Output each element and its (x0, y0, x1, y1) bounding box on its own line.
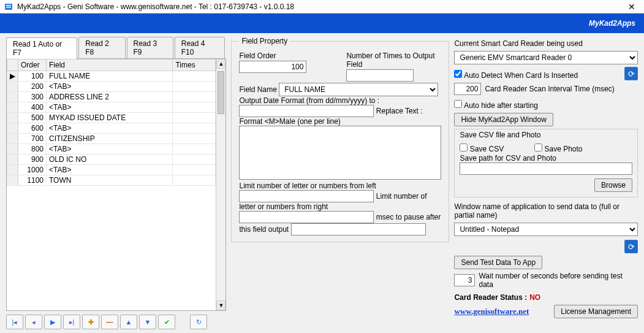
cell-field[interactable]: <TAB> (47, 144, 173, 155)
cell-times[interactable] (173, 165, 216, 175)
tab-read4[interactable]: Read 4 F10 (175, 37, 225, 58)
replace-text-area[interactable] (239, 126, 441, 180)
table-row[interactable]: 400<TAB> (7, 102, 216, 113)
cell-order[interactable]: 1100 (18, 175, 47, 186)
cell-times[interactable] (173, 144, 216, 155)
cell-order[interactable]: 200 (18, 82, 47, 92)
auto-detect-option[interactable]: Auto Detect When Card Is Inserted (454, 70, 578, 80)
tab-read1[interactable]: Read 1 Auto or F7 (6, 37, 77, 59)
cell-field[interactable]: OLD IC NO (47, 155, 173, 165)
browse-button[interactable]: Browse (594, 178, 632, 192)
row-selector[interactable] (7, 134, 18, 144)
table-row[interactable]: 900OLD IC NO (7, 155, 216, 165)
grid-scrollbar[interactable]: ▲ ▼ (216, 59, 225, 310)
cell-times[interactable] (173, 134, 216, 144)
nav-down-icon[interactable]: ▼ (139, 315, 156, 329)
row-selector[interactable] (7, 123, 18, 134)
cell-field[interactable]: CITIZENSHIP (47, 134, 173, 144)
cell-times[interactable] (173, 71, 216, 82)
col-field[interactable]: Field (47, 59, 173, 71)
table-row[interactable]: 500MYKAD ISSUED DATE (7, 113, 216, 123)
date-format-input[interactable] (239, 105, 374, 117)
nav-prev-icon[interactable]: ◂ (25, 315, 42, 329)
cell-times[interactable] (173, 82, 216, 92)
scroll-down-icon[interactable]: ▼ (216, 300, 225, 310)
wait-seconds-input[interactable] (454, 274, 475, 286)
cell-field[interactable]: ADDRESS LINE 2 (47, 92, 173, 102)
nav-add-icon[interactable]: ✚ (82, 315, 99, 329)
table-row[interactable]: 600<TAB> (7, 123, 216, 134)
scroll-thumb[interactable] (218, 71, 224, 114)
limit-right-input[interactable] (239, 211, 374, 223)
scan-interval-input[interactable] (454, 83, 481, 95)
cell-times[interactable] (173, 113, 216, 123)
row-selector[interactable] (7, 102, 18, 113)
hide-window-button[interactable]: Hide MyKad2App Window (454, 113, 553, 126)
row-selector[interactable] (7, 155, 18, 165)
cell-order[interactable]: 600 (18, 123, 47, 134)
nav-confirm-icon[interactable]: ✔ (158, 315, 175, 329)
website-link[interactable]: www.genisoftware.net (454, 307, 529, 316)
cell-times[interactable] (173, 92, 216, 102)
row-selector[interactable] (7, 92, 18, 102)
cell-times[interactable] (173, 123, 216, 134)
cell-times[interactable] (173, 175, 216, 186)
table-row[interactable]: 1000<TAB> (7, 165, 216, 175)
nav-up-icon[interactable]: ▲ (120, 315, 137, 329)
scroll-up-icon[interactable]: ▲ (216, 59, 225, 69)
row-selector[interactable] (7, 165, 18, 175)
nav-play-icon[interactable]: ▶ (44, 315, 61, 329)
nav-last-icon[interactable]: ▸| (63, 315, 80, 329)
table-row[interactable]: 1100TOWN (7, 175, 216, 186)
table-row[interactable]: 200<TAB> (7, 82, 216, 92)
table-row[interactable]: ▶100FULL NAME (7, 71, 216, 82)
refresh-reader-icon[interactable]: ⟳ (624, 67, 638, 80)
cell-order[interactable]: 800 (18, 144, 47, 155)
auto-hide-option[interactable]: Auto hide after starting (454, 100, 638, 110)
cell-order[interactable]: 1000 (18, 165, 47, 175)
col-times[interactable]: Times (173, 59, 216, 71)
cell-order[interactable]: 500 (18, 113, 47, 123)
row-selector[interactable] (7, 82, 18, 92)
cell-field[interactable]: FULL NAME (47, 71, 173, 82)
limit-left-input[interactable] (239, 190, 374, 202)
close-icon[interactable]: ✕ (623, 2, 640, 12)
refresh-windows-icon[interactable]: ⟳ (624, 240, 638, 253)
tab-read2[interactable]: Read 2 F8 (78, 37, 125, 58)
cell-field[interactable]: TOWN (47, 175, 173, 186)
nav-delete-icon[interactable]: — (101, 315, 118, 329)
row-selector[interactable] (7, 175, 18, 186)
table-row[interactable]: 700CITIZENSHIP (7, 134, 216, 144)
auto-hide-checkbox[interactable] (454, 100, 462, 108)
row-selector[interactable] (7, 113, 18, 123)
cell-order[interactable]: 700 (18, 134, 47, 144)
save-csv-checkbox[interactable] (460, 144, 468, 151)
num-times-input[interactable] (346, 69, 414, 82)
save-photo-option[interactable]: Save Photo (534, 144, 582, 153)
save-photo-checkbox[interactable] (534, 144, 542, 151)
auto-detect-checkbox[interactable] (454, 70, 462, 78)
target-window-select[interactable]: Untitled - Notepad (454, 223, 638, 236)
nav-refresh-icon[interactable]: ↻ (190, 315, 207, 329)
cell-field[interactable]: MYKAD ISSUED DATE (47, 113, 173, 123)
field-name-select[interactable]: FULL NAME (279, 83, 438, 96)
reader-select[interactable]: Generic EMV Smartcard Reader 0 (454, 51, 638, 64)
save-path-input[interactable] (460, 163, 632, 175)
table-row[interactable]: 800<TAB> (7, 144, 216, 155)
cell-times[interactable] (173, 155, 216, 165)
license-button[interactable]: License Management (554, 305, 638, 318)
cell-order[interactable]: 900 (18, 155, 47, 165)
tab-read3[interactable]: Read 3 F9 (127, 37, 173, 58)
save-csv-option[interactable]: Save CSV (460, 144, 504, 153)
msec-pause-input[interactable] (291, 223, 426, 235)
col-order[interactable]: Order (18, 59, 47, 71)
cell-field[interactable]: <TAB> (47, 82, 173, 92)
table-row[interactable]: 300ADDRESS LINE 2 (7, 92, 216, 102)
nav-first-icon[interactable]: |◂ (6, 315, 23, 329)
fields-grid[interactable]: Order Field Times ▶100FULL NAME200<TAB>3… (7, 59, 216, 310)
cell-times[interactable] (173, 102, 216, 113)
send-test-button[interactable]: Send Test Data To App (454, 256, 542, 269)
cell-field[interactable]: <TAB> (47, 165, 173, 175)
row-selector[interactable] (7, 144, 18, 155)
field-order-input[interactable] (239, 61, 306, 73)
